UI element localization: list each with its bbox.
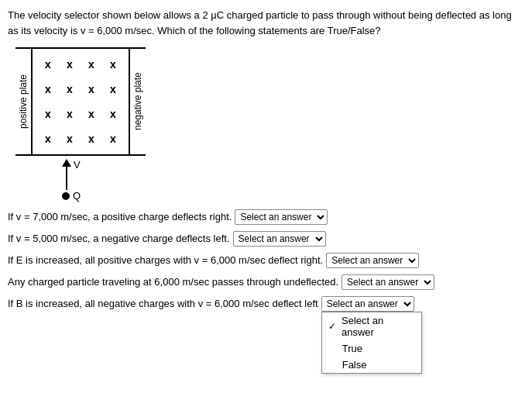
question-text-q3: If E is increased, all positive charges … xyxy=(8,254,323,267)
arrow-head-icon xyxy=(62,159,71,167)
x-mark: x xyxy=(67,133,73,145)
velocity-indicator: V Q xyxy=(62,159,81,202)
question-row-q5: If B is increased, all negative charges … xyxy=(8,296,524,312)
charge-group: Q xyxy=(62,190,81,202)
answer-select-q5[interactable]: Select an answer True False xyxy=(321,296,414,312)
dropdown-option-label-true: True xyxy=(342,343,362,354)
dropdown-menu-q5: ✓ Select an answer True False xyxy=(321,312,422,374)
dropdown-option-label-placeholder: Select an answer xyxy=(342,315,415,338)
x-mark: x xyxy=(88,83,94,95)
question-row-q3: If E is increased, all positive charges … xyxy=(8,253,524,268)
x-mark: x xyxy=(45,58,51,71)
question-text-q2: If v = 5,000 m/sec, a negative charge de… xyxy=(8,232,230,246)
answer-select-q3[interactable]: Select an answer True False xyxy=(326,253,419,268)
field-area: x x x x x x x x x x x x x x x x xyxy=(33,47,129,156)
dropdown-option-placeholder[interactable]: ✓ Select an answer xyxy=(322,312,421,340)
x-mark: x xyxy=(110,58,116,71)
q-label: Q xyxy=(73,190,81,202)
question-row-q4: Any charged particle traveling at 6,000 … xyxy=(8,274,524,290)
dropdown-option-false[interactable]: False xyxy=(322,357,421,373)
left-plate-label: positive plate xyxy=(15,47,33,156)
x-mark: x xyxy=(67,108,73,120)
dropdown-open-container-q5: Select an answer True False ✓ Select an … xyxy=(321,296,414,312)
x-mark: x xyxy=(45,108,51,120)
velocity-arrow xyxy=(62,159,71,190)
charge-dot-icon xyxy=(62,192,70,200)
question-text-q5: If B is increased, all negative charges … xyxy=(8,297,318,311)
plates-row: positive plate x x x x x x x x x x x x x… xyxy=(15,47,146,156)
x-mark: x xyxy=(67,58,73,71)
dropdown-option-label-false: False xyxy=(342,359,367,371)
v-label: V xyxy=(74,159,81,171)
arrow-shaft xyxy=(66,167,67,190)
x-mark: x xyxy=(88,108,94,120)
questions-section: If v = 7,000 m/sec, a positive charge de… xyxy=(8,209,524,312)
checkmark-icon: ✓ xyxy=(328,321,338,332)
diagram-container: positive plate x x x x x x x x x x x x x… xyxy=(15,47,524,202)
right-plate-label: negative plate xyxy=(129,47,146,156)
question-text-q1: If v = 7,000 m/sec, a positive charge de… xyxy=(8,210,232,224)
question-row-q1: If v = 7,000 m/sec, a positive charge de… xyxy=(8,209,524,225)
arrow-v-group: V xyxy=(62,159,81,190)
question-text-q4: Any charged particle traveling at 6,000 … xyxy=(8,275,338,289)
x-mark: x xyxy=(110,83,116,95)
x-mark: x xyxy=(67,83,73,95)
answer-select-q4[interactable]: Select an answer True False xyxy=(342,274,434,290)
x-mark: x xyxy=(45,83,51,95)
x-mark: x xyxy=(110,108,116,120)
x-mark: x xyxy=(45,133,51,145)
dropdown-option-true[interactable]: True xyxy=(322,340,421,357)
question-row-q2: If v = 5,000 m/sec, a negative charge de… xyxy=(8,231,524,247)
x-mark: x xyxy=(88,58,94,71)
answer-select-q2[interactable]: Select an answer True False xyxy=(233,231,326,247)
x-mark: x xyxy=(88,133,94,145)
x-mark: x xyxy=(110,133,116,145)
answer-select-q1[interactable]: Select an answer True False xyxy=(235,209,328,225)
intro-text: The velocity selector shown below allows… xyxy=(8,8,524,38)
